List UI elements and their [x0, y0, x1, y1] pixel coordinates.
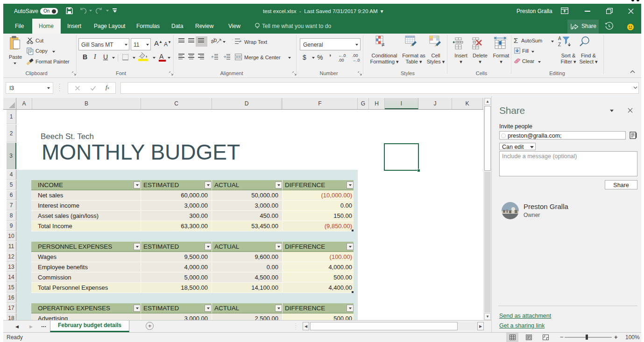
svg-text:A: A — [558, 36, 561, 41]
svg-text:≠: ≠ — [382, 42, 385, 47]
svg-text:Z: Z — [558, 42, 561, 47]
